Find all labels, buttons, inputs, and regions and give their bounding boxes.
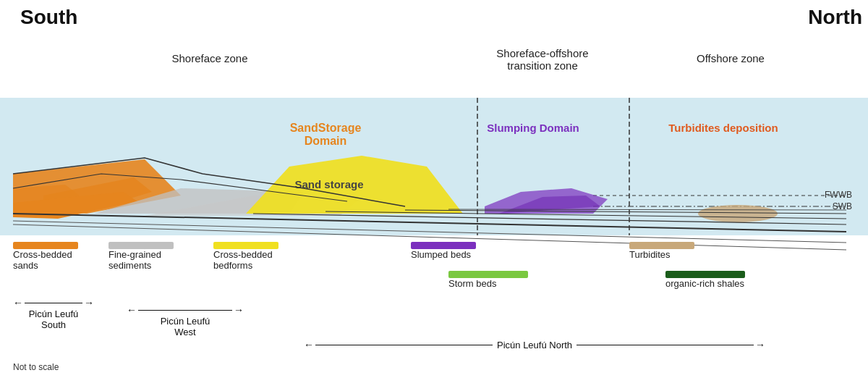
picun-south-label: Picún LeufúSouth — [13, 308, 94, 330]
legend-bar-cross-bedded-sands — [13, 242, 78, 249]
sand-storage-domain-label: SandStorageDomain — [275, 122, 376, 148]
legend-slumped-beds — [411, 240, 476, 249]
transition-zone-label: Shoreface-offshoretransition zone — [485, 47, 600, 72]
legend-bar-storm-beds — [448, 271, 528, 278]
legend-cross-bedded-bedforms — [213, 240, 278, 249]
picun-north-arrow: ← Picún Leufú North → — [304, 339, 765, 350]
legend-bar-cross-bedded-bedforms — [213, 242, 278, 249]
legend-storm-beds — [448, 269, 528, 278]
legend-label-storm-beds: Storm beds — [448, 278, 496, 289]
legend-cross-bedded-sands — [13, 240, 78, 249]
fwwb-label: FWWB — [825, 190, 852, 200]
legend-label-cross-bedded-sands: Cross-beddedsands — [13, 249, 72, 271]
legend-bar-fine-grained — [109, 242, 174, 249]
slumping-domain-label: Slumping Domain — [486, 122, 580, 134]
offshore-zone-label: Offshore zone — [665, 52, 796, 64]
legend-label-slumped-beds: Slumped beds — [411, 249, 471, 260]
picun-west: ←→ Picún LeufúWest — [127, 304, 244, 337]
picun-north-label: Picún Leufú North — [497, 340, 572, 350]
legend-bar-turbidites — [629, 242, 694, 249]
swb-label: SWB — [833, 201, 852, 211]
picun-south: ←→ Picún LeufúSouth — [13, 297, 94, 330]
legend-label-organic-shales: organic-rich shales — [665, 278, 744, 289]
shoreface-zone-label: Shoreface zone — [145, 52, 275, 64]
turbidites-deposition-label: Turbidites deposition — [651, 122, 796, 134]
legend-bar-organic-shales — [665, 271, 745, 278]
legend-label-cross-bedded-bedforms: Cross-beddedbedforms — [213, 249, 273, 271]
svg-point-15 — [698, 205, 778, 222]
picun-west-arrow: ←→ — [127, 304, 244, 316]
picun-north: ← Picún Leufú North → — [304, 339, 765, 350]
legend-fine-grained — [109, 240, 174, 249]
picun-south-arrow: ←→ — [13, 297, 94, 308]
legend-bar-slumped-beds — [411, 242, 476, 249]
not-to-scale-label: Not to scale — [13, 362, 59, 372]
legend-label-fine-grained: Fine-grainedsediments — [109, 249, 161, 271]
legend-label-turbidites: Turbidites — [629, 249, 671, 260]
picun-west-label: Picún LeufúWest — [127, 316, 244, 337]
legend-organic-shales — [665, 269, 745, 278]
legend-turbidites — [629, 240, 694, 249]
